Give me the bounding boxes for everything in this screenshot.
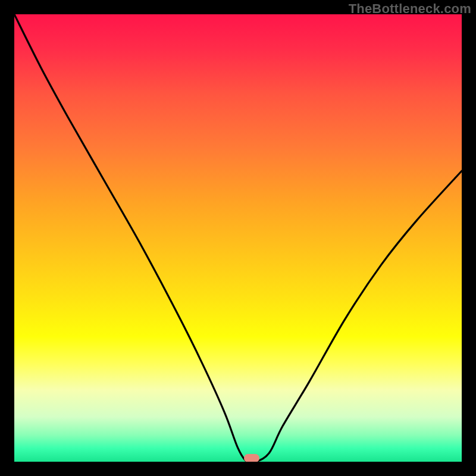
plot-area bbox=[14, 14, 462, 462]
minimum-marker bbox=[244, 454, 259, 462]
watermark-text: TheBottleneck.com bbox=[349, 1, 471, 17]
bottleneck-curve bbox=[14, 14, 462, 462]
chart-frame: TheBottleneck.com bbox=[0, 0, 476, 476]
